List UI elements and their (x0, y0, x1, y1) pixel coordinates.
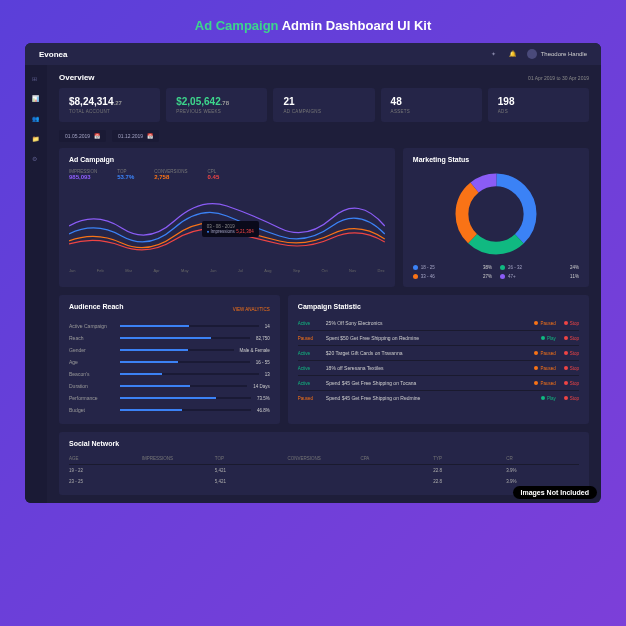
disclaimer-badge: Images Not Included (513, 486, 597, 499)
panel-title: Social Network (69, 440, 579, 447)
stat-card[interactable]: $2,05,642.78PREVIOUS WEEKS (166, 88, 267, 122)
campaign-row: Active$20 Target Gift Cards on TravannaP… (298, 346, 579, 361)
campaign-row: PausedSpend $45 Get Free Shipping on Red… (298, 391, 579, 405)
table-row: 19 - 225,42122.83.9% (69, 465, 579, 476)
social-panel: Social Network AGEIMPRESSIONSTOPCONVERSI… (59, 432, 589, 495)
stat-card[interactable]: 198ADS (488, 88, 589, 122)
stop-button[interactable]: Stop (564, 321, 579, 326)
legend-item: 18 - 2538% (413, 265, 492, 270)
user-menu[interactable]: Theodore Handle (527, 49, 587, 59)
stop-button[interactable]: Stop (564, 381, 579, 386)
audience-row: GenderMale & Female (69, 344, 270, 356)
audience-row: Beacon's13 (69, 368, 270, 380)
calendar-icon: 📅 (94, 133, 100, 139)
user-name: Theodore Handle (541, 51, 587, 57)
home-icon[interactable]: ⊞ (32, 75, 40, 83)
campaign-panel: Campaign Statistic Active25% Off Sony El… (288, 295, 589, 424)
donut-chart[interactable] (451, 169, 541, 259)
panel-title: Ad Campaign (69, 156, 385, 163)
table-row: 23 - 255,42122.83.9% (69, 476, 579, 487)
folder-icon[interactable]: 📁 (32, 135, 40, 143)
overview-heading: Overview (59, 73, 95, 82)
campaign-row: Active18% off Seresana TextilesPausedSto… (298, 361, 579, 376)
brand-logo[interactable]: Evonea (39, 50, 67, 59)
panel-title: Audience Reach (69, 303, 123, 310)
audience-row: Duration14 Days (69, 380, 270, 392)
panel-title: Marketing Status (413, 156, 579, 163)
campaign-row: ActiveSpend $45 Get Free Shipping on Toc… (298, 376, 579, 391)
campaign-row: Active25% Off Sony ElectronicsPausedStop (298, 316, 579, 331)
stop-button[interactable]: Stop (564, 396, 579, 401)
chart-icon[interactable]: 📊 (32, 95, 40, 103)
date-from-input[interactable]: 01.05.2019📅 (59, 130, 106, 142)
calendar-icon: 📅 (147, 133, 153, 139)
legend-item: 33 - 4627% (413, 274, 492, 279)
stat-card[interactable]: $8,24,314.27TOTAL ACCOUNT (59, 88, 160, 122)
line-chart[interactable]: 03 - 08 - 2019 ● Impressions 5,21,384 (69, 186, 385, 266)
pause-button[interactable]: Paused (534, 351, 555, 356)
metric: TOP53.7% (117, 169, 134, 180)
avatar (527, 49, 537, 59)
metric: CONVERSIONS2,758 (154, 169, 187, 180)
metric: IMPRESSION985,093 (69, 169, 97, 180)
settings-icon[interactable]: ⚙ (32, 155, 40, 163)
metric: CPL0.45 (208, 169, 220, 180)
audience-row: Age16 - 55 (69, 356, 270, 368)
chart-tooltip: 03 - 08 - 2019 ● Impressions 5,21,384 (202, 221, 259, 237)
campaign-row: PausedSpent $50 Get Free Shipping on Red… (298, 331, 579, 346)
rocket-icon[interactable]: ✦ (491, 50, 499, 58)
view-analytics-link[interactable]: VIEW ANALYTICS (233, 307, 270, 312)
page-title: Ad Campaign Admin Dashboard UI Kit (25, 18, 601, 33)
date-to-input[interactable]: 01.12.2019📅 (112, 130, 159, 142)
date-range[interactable]: 01 Apr 2019 to 30 Apr 2019 (528, 75, 589, 81)
stop-button[interactable]: Stop (564, 336, 579, 341)
stop-button[interactable]: Stop (564, 366, 579, 371)
audience-row: Budget46.8% (69, 404, 270, 416)
audience-row: Active Campaign14 (69, 320, 270, 332)
audience-row: Reach82,750 (69, 332, 270, 344)
users-icon[interactable]: 👥 (32, 115, 40, 123)
panel-title: Campaign Statistic (298, 303, 579, 310)
stat-card[interactable]: 48ASSETS (381, 88, 482, 122)
legend-item: 47+11% (500, 274, 579, 279)
pause-button[interactable]: Paused (534, 366, 555, 371)
bell-icon[interactable]: 🔔 (509, 50, 517, 58)
play-button[interactable]: Play (541, 396, 556, 401)
topbar: Evonea ✦ 🔔 Theodore Handle (25, 43, 601, 65)
pause-button[interactable]: Paused (534, 321, 555, 326)
marketing-panel: Marketing Status 18 - 2538%26 - 3224%33 … (403, 148, 589, 287)
pause-button[interactable]: Paused (534, 381, 555, 386)
dashboard-window: Evonea ✦ 🔔 Theodore Handle ⊞ 📊 👥 📁 ⚙ Ove… (25, 43, 601, 503)
legend-item: 26 - 3224% (500, 265, 579, 270)
stop-button[interactable]: Stop (564, 351, 579, 356)
main-content: Overview 01 Apr 2019 to 30 Apr 2019 $8,2… (47, 65, 601, 503)
ad-campaign-panel: Ad Campaign IMPRESSION985,093TOP53.7%CON… (59, 148, 395, 287)
play-button[interactable]: Play (541, 336, 556, 341)
audience-panel: Audience Reach VIEW ANALYTICS Active Cam… (59, 295, 280, 424)
stat-card[interactable]: 21AD CAMPAIGNS (273, 88, 374, 122)
audience-row: Performance73.5% (69, 392, 270, 404)
sidebar: ⊞ 📊 👥 📁 ⚙ (25, 65, 47, 503)
